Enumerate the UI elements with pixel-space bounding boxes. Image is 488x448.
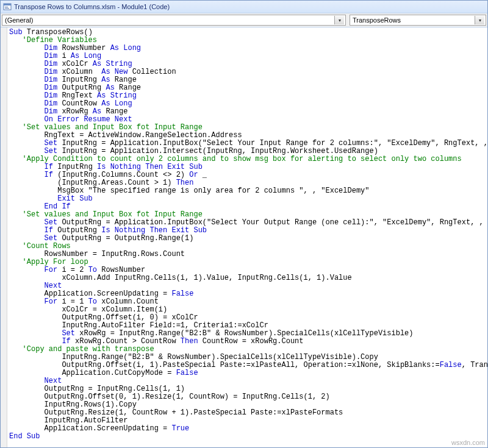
- module-icon: [3, 2, 12, 11]
- svg-rect-3: [5, 8, 9, 9]
- svg-rect-2: [5, 7, 8, 7]
- window-title: Transpose Rows to Columns.xlsm - Module1…: [14, 3, 170, 10]
- object-dropdown-value: (General): [5, 16, 33, 24]
- vbe-code-window: Transpose Rows to Columns.xlsm - Module1…: [0, 0, 488, 448]
- object-proc-dropdown-row: (General) ▾ TransposeRows ▾: [1, 13, 487, 27]
- chevron-down-icon[interactable]: ▾: [475, 16, 484, 24]
- procedure-dropdown[interactable]: TransposeRows ▾: [350, 15, 486, 26]
- code-text[interactable]: Sub TransposeRows() 'Define Variables Di…: [1, 27, 487, 442]
- titlebar[interactable]: Transpose Rows to Columns.xlsm - Module1…: [1, 1, 487, 13]
- object-dropdown[interactable]: (General) ▾: [2, 15, 346, 26]
- procedure-dropdown-value: TransposeRows: [353, 16, 401, 24]
- svg-rect-1: [4, 4, 11, 5]
- margin-gutter: [1, 27, 7, 447]
- chevron-down-icon[interactable]: ▾: [334, 16, 344, 24]
- code-pane[interactable]: Sub TransposeRows() 'Define Variables Di…: [1, 27, 487, 447]
